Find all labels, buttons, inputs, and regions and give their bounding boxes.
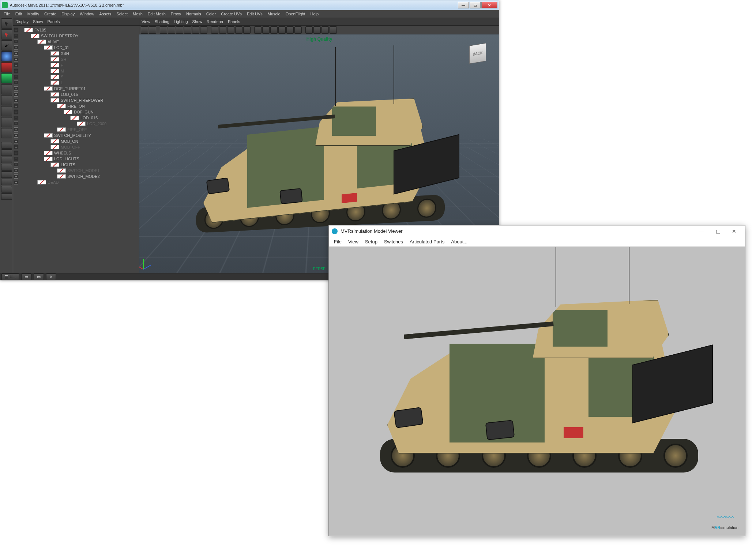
close-button[interactable]: ✕	[481, 2, 497, 8]
tool-icon[interactable]	[1, 95, 12, 105]
vp-tool-icon[interactable]	[330, 26, 337, 34]
tool-icon[interactable]	[1, 84, 12, 94]
outliner-node[interactable]: −SWITCH_MODE2	[14, 173, 138, 179]
expand-icon[interactable]: −	[14, 133, 18, 138]
expand-icon[interactable]: −	[14, 110, 18, 114]
maximize-button[interactable]: ▭	[470, 2, 481, 8]
menu-display[interactable]: Display	[59, 11, 77, 17]
expand-icon[interactable]: −	[14, 145, 18, 149]
outliner-node[interactable]: −ALIVE	[14, 39, 138, 45]
layout-tool-icon[interactable]	[1, 164, 12, 171]
vp-menu-renderer[interactable]: Renderer	[207, 19, 223, 24]
layout-tool-icon[interactable]	[1, 193, 12, 200]
outliner-node[interactable]: −SH	[14, 56, 138, 62]
mv-menu-articulated[interactable]: Articulated Parts	[407, 238, 447, 246]
menu-file[interactable]: File	[1, 11, 12, 17]
mv-titlebar[interactable]: MVRsimulation Model Viewer — ▢ ✕	[329, 225, 745, 237]
expand-icon[interactable]: −	[14, 168, 18, 173]
layout-tool-icon[interactable]	[1, 179, 12, 185]
select-tool-icon[interactable]	[1, 18, 12, 29]
vp-menu-view[interactable]: View	[142, 19, 150, 24]
menu-edit[interactable]: Edit	[13, 11, 25, 17]
status-icon[interactable]: ▭	[21, 273, 31, 280]
outliner-node[interactable]: −H	[14, 62, 138, 68]
expand-icon[interactable]: −	[14, 151, 18, 155]
layout-tool-icon[interactable]	[1, 142, 12, 149]
outliner-node[interactable]: −DOF_TURRET01	[14, 86, 138, 92]
outliner-node[interactable]: −L	[14, 80, 138, 86]
mv-menu-switches[interactable]: Switches	[381, 238, 406, 246]
vp-tool-icon[interactable]	[227, 26, 234, 34]
mv-menu-view[interactable]: View	[345, 238, 361, 246]
menu-createuvs[interactable]: Create UVs	[219, 11, 244, 17]
expand-icon[interactable]: −	[14, 63, 18, 67]
vp-tool-icon[interactable]	[321, 26, 329, 34]
expand-icon[interactable]: −	[14, 163, 18, 167]
expand-icon[interactable]: −	[14, 180, 18, 184]
tool-icon[interactable]	[1, 106, 12, 116]
model-tank[interactable]	[340, 263, 724, 505]
menu-window[interactable]: Window	[78, 11, 96, 17]
vp-tool-icon[interactable]	[211, 26, 218, 34]
outliner-node[interactable]: −SWITCH_FIREPOWER	[14, 97, 138, 103]
viewcube-back-face[interactable]: BACK	[473, 51, 482, 56]
tool-icon[interactable]	[1, 117, 12, 127]
outliner-node[interactable]: −S	[14, 74, 138, 80]
vp-tool-icon[interactable]	[219, 26, 226, 34]
expand-icon[interactable]: −	[14, 98, 18, 102]
outliner-node[interactable]: −SWITCH_DESTROY	[14, 33, 138, 39]
outliner-node[interactable]: −LOD_2000	[14, 121, 138, 127]
minimize-button[interactable]: —	[694, 226, 710, 236]
outliner-node[interactable]: −LOD_015	[14, 115, 138, 121]
vp-tool-icon[interactable]	[294, 26, 302, 34]
expand-icon[interactable]: −	[14, 45, 18, 50]
vp-tool-icon[interactable]	[270, 26, 278, 34]
menu-muscle[interactable]: Muscle	[266, 11, 283, 17]
outliner-node[interactable]: −FV105	[14, 27, 138, 33]
outliner-node[interactable]: −SWITCH_MODE1	[14, 168, 138, 173]
menu-mesh[interactable]: Mesh	[131, 11, 145, 17]
status-icon[interactable]: ✕	[46, 273, 56, 280]
status-button[interactable]: ☰ H...	[1, 273, 19, 280]
menu-modify[interactable]: Modify	[25, 11, 41, 17]
expand-icon[interactable]: −	[14, 51, 18, 56]
expand-icon[interactable]: −	[14, 75, 18, 79]
menu-assets[interactable]: Assets	[97, 11, 113, 17]
viewcube[interactable]: BACK	[466, 42, 489, 64]
outliner-node[interactable]: −LIGHTS	[14, 162, 138, 168]
expand-icon[interactable]: −	[14, 69, 18, 73]
outliner-node[interactable]: −FIRE_ON	[14, 103, 138, 109]
vp-menu-panels[interactable]: Panels	[228, 19, 240, 24]
vp-tool-icon[interactable]	[262, 26, 270, 34]
close-button[interactable]: ✕	[726, 226, 742, 236]
menu-openflight[interactable]: OpenFlight	[283, 11, 308, 17]
vp-tool-icon[interactable]	[168, 26, 175, 34]
vp-tool-icon[interactable]	[278, 26, 286, 34]
vp-menu-show[interactable]: Show	[192, 19, 203, 24]
vp-tool-icon[interactable]	[141, 26, 148, 34]
expand-icon[interactable]: −	[14, 57, 18, 61]
vp-menu-shading[interactable]: Shading	[155, 19, 169, 24]
outliner-node[interactable]: −SWITCH_MOBILITY	[14, 132, 138, 138]
menu-normals[interactable]: Normals	[184, 11, 203, 17]
layout-tool-icon[interactable]	[1, 186, 12, 193]
vp-tool-icon[interactable]	[305, 26, 313, 34]
cone-tool-icon[interactable]	[1, 62, 12, 72]
menu-color[interactable]: Color	[204, 11, 218, 17]
vp-tool-icon[interactable]	[184, 26, 191, 34]
expand-icon[interactable]: −	[14, 81, 18, 85]
expand-icon[interactable]: −	[14, 174, 18, 179]
outliner-node[interactable]: −LOD_015	[14, 92, 138, 97]
expand-icon[interactable]: −	[14, 28, 18, 32]
mv-viewport[interactable]: 〰〰 MVRsimulation	[329, 247, 745, 536]
expand-icon[interactable]: −	[14, 139, 18, 143]
mv-menu-file[interactable]: File	[331, 238, 345, 246]
menu-help[interactable]: Help	[308, 11, 321, 17]
expand-icon[interactable]: −	[14, 122, 18, 126]
outliner-node[interactable]: −XSH	[14, 51, 138, 56]
tab-show[interactable]: Show	[33, 19, 43, 24]
vp-tool-icon[interactable]	[160, 26, 167, 34]
layout-tool-icon[interactable]	[1, 171, 12, 178]
tab-panels[interactable]: Panels	[48, 19, 60, 24]
outliner-node[interactable]: −WHEELS	[14, 150, 138, 156]
